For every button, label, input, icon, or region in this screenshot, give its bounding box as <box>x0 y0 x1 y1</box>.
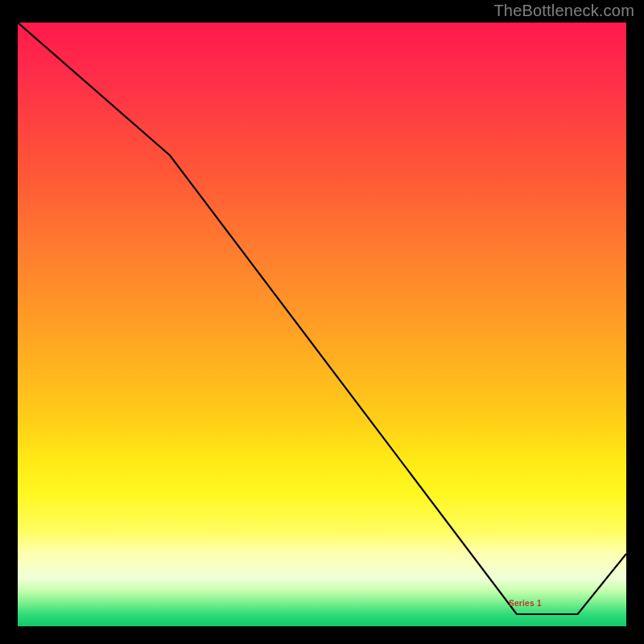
series-label: Series 1 <box>509 599 542 608</box>
watermark-text: TheBottleneck.com <box>493 2 634 20</box>
line-series <box>18 23 626 626</box>
plot-area: Series 1 <box>18 23 626 626</box>
line-series-path <box>18 23 626 614</box>
chart-frame: TheBottleneck.com Series 1 <box>0 0 644 644</box>
